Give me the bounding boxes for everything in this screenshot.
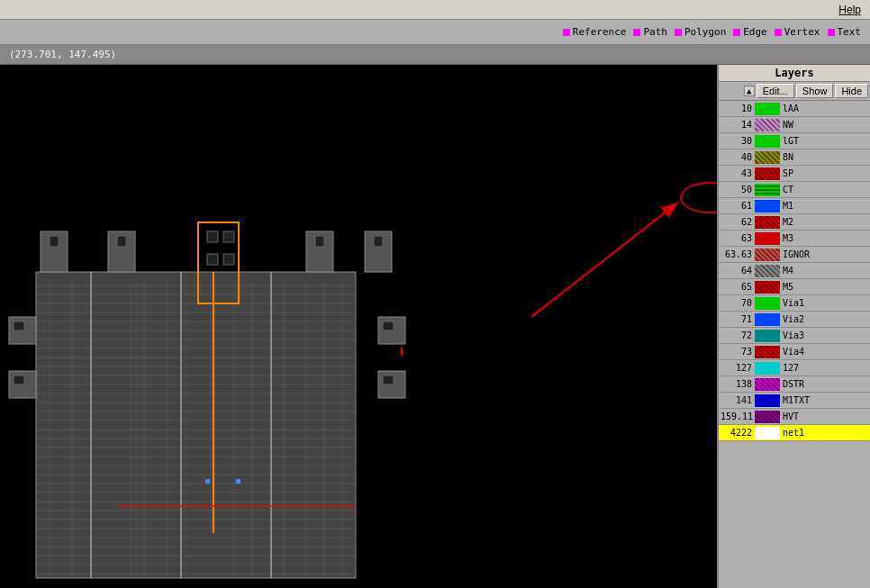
reference-label: Reference bbox=[573, 26, 627, 38]
layer-row[interactable]: 30lGT bbox=[719, 133, 870, 149]
layer-name: M1TXT bbox=[783, 395, 868, 405]
svg-rect-51 bbox=[14, 321, 24, 330]
svg-rect-60 bbox=[205, 479, 210, 484]
layer-number: 73 bbox=[720, 347, 755, 357]
canvas-area[interactable] bbox=[0, 65, 717, 588]
layer-name: lAA bbox=[783, 104, 868, 113]
layer-name: CT bbox=[783, 185, 868, 194]
layer-number: 72 bbox=[720, 330, 755, 340]
layer-number: 30 bbox=[720, 136, 755, 146]
toolbar-item-text: Text bbox=[828, 26, 862, 38]
menubar: Help bbox=[0, 0, 870, 20]
layer-name: IGNOR bbox=[783, 249, 868, 259]
layer-row[interactable]: 408N bbox=[719, 149, 870, 166]
edge-color-dot bbox=[733, 29, 740, 36]
show-button[interactable]: Show bbox=[796, 84, 834, 98]
reference-color-dot bbox=[563, 29, 570, 36]
layer-row[interactable]: 71Via2 bbox=[719, 312, 870, 328]
layer-row[interactable]: 72Via3 bbox=[719, 328, 870, 344]
layer-name: Via3 bbox=[783, 330, 868, 340]
layer-name: SP bbox=[783, 168, 868, 178]
layer-row[interactable]: 63.63IGNOR bbox=[719, 247, 870, 263]
path-color-dot bbox=[633, 29, 640, 36]
layer-row[interactable]: 64M4 bbox=[719, 263, 870, 279]
layer-number: 14 bbox=[720, 120, 755, 130]
svg-rect-45 bbox=[223, 254, 234, 265]
svg-rect-40 bbox=[117, 236, 126, 247]
layer-row[interactable]: 65M5 bbox=[719, 279, 870, 295]
text-label: Text bbox=[838, 26, 862, 38]
layer-name: net1 bbox=[783, 428, 868, 438]
layer-name: NW bbox=[783, 120, 868, 130]
layer-color-swatch bbox=[755, 394, 780, 407]
toolbar-item-edge: Edge bbox=[733, 26, 767, 38]
layer-number: 43 bbox=[720, 168, 755, 178]
layer-row[interactable]: 43SP bbox=[719, 166, 870, 182]
layer-row[interactable]: 70Via1 bbox=[719, 295, 870, 312]
layer-color-swatch bbox=[755, 184, 780, 196]
toolbar-item-reference: Reference bbox=[563, 26, 627, 38]
layer-name: M4 bbox=[783, 266, 868, 276]
layer-color-swatch bbox=[755, 167, 780, 180]
help-menu[interactable]: Help bbox=[838, 4, 861, 16]
layer-number: 71 bbox=[720, 314, 755, 324]
toolbar: ReferencePathPolygonEdgeVertexText bbox=[0, 20, 870, 45]
layer-number: 50 bbox=[720, 185, 755, 194]
panel-title: Layers bbox=[719, 65, 870, 82]
svg-rect-36 bbox=[270, 272, 272, 578]
layer-name: Via4 bbox=[783, 347, 868, 357]
layer-row[interactable]: 63M3 bbox=[719, 231, 870, 247]
layer-name: M1 bbox=[783, 201, 868, 211]
chip-layout-svg bbox=[0, 65, 717, 588]
svg-rect-47 bbox=[315, 236, 324, 247]
layer-color-swatch bbox=[755, 216, 780, 229]
svg-rect-34 bbox=[90, 272, 92, 578]
layer-number: 40 bbox=[720, 152, 755, 162]
layer-color-swatch bbox=[755, 119, 780, 131]
svg-rect-57 bbox=[383, 375, 394, 384]
layer-color-swatch bbox=[755, 297, 780, 310]
layer-number: 70 bbox=[720, 298, 755, 308]
layer-name: lGT bbox=[783, 136, 868, 146]
layer-color-swatch bbox=[755, 200, 780, 213]
layer-number: 64 bbox=[720, 266, 755, 276]
layers-panel: Layers ▲ Edit... Show Hide 10lAA14NW30lG… bbox=[717, 65, 870, 588]
svg-rect-0 bbox=[36, 272, 356, 578]
layer-number: 65 bbox=[720, 282, 755, 292]
layer-number: 4222 bbox=[720, 428, 755, 438]
layer-color-swatch bbox=[755, 265, 780, 277]
layer-color-swatch bbox=[755, 378, 780, 391]
layer-row[interactable]: 14NW bbox=[719, 117, 870, 133]
layer-number: 63.63 bbox=[720, 249, 755, 259]
path-label: Path bbox=[643, 26, 667, 38]
layer-name: 127 bbox=[783, 363, 868, 373]
layer-row[interactable]: 159.11HVT bbox=[719, 409, 870, 425]
layer-row[interactable]: 10lAA bbox=[719, 101, 870, 117]
svg-rect-61 bbox=[236, 479, 240, 484]
svg-rect-35 bbox=[180, 272, 182, 578]
panel-buttons: ▲ Edit... Show Hide bbox=[719, 82, 870, 101]
svg-rect-44 bbox=[207, 254, 218, 265]
layer-row[interactable]: 4222net1 bbox=[719, 425, 870, 441]
layers-list[interactable]: 10lAA14NW30lGT408N43SP50CT61M162M263M363… bbox=[719, 101, 870, 588]
svg-marker-62 bbox=[401, 344, 404, 357]
svg-rect-49 bbox=[374, 236, 383, 247]
svg-rect-55 bbox=[383, 321, 394, 330]
layer-row[interactable]: 61M1 bbox=[719, 198, 870, 214]
layer-row[interactable]: 138DSTR bbox=[719, 376, 870, 393]
vertex-label: Vertex bbox=[784, 26, 820, 38]
layer-row[interactable]: 73Via4 bbox=[719, 344, 870, 360]
layer-color-swatch bbox=[755, 232, 780, 245]
layer-number: 62 bbox=[720, 217, 755, 227]
layer-color-swatch bbox=[755, 281, 780, 294]
edit-button[interactable]: Edit... bbox=[757, 84, 794, 98]
layer-row[interactable]: 62M2 bbox=[719, 214, 870, 231]
layer-color-swatch bbox=[755, 103, 780, 115]
layer-row[interactable]: 50CT bbox=[719, 182, 870, 198]
scroll-up-button[interactable]: ▲ bbox=[744, 86, 755, 96]
layer-color-swatch bbox=[755, 330, 780, 342]
hide-button[interactable]: Hide bbox=[835, 84, 868, 98]
layer-row[interactable]: 141M1TXT bbox=[719, 393, 870, 409]
layer-row[interactable]: 127127 bbox=[719, 360, 870, 376]
layer-color-swatch bbox=[755, 362, 780, 375]
